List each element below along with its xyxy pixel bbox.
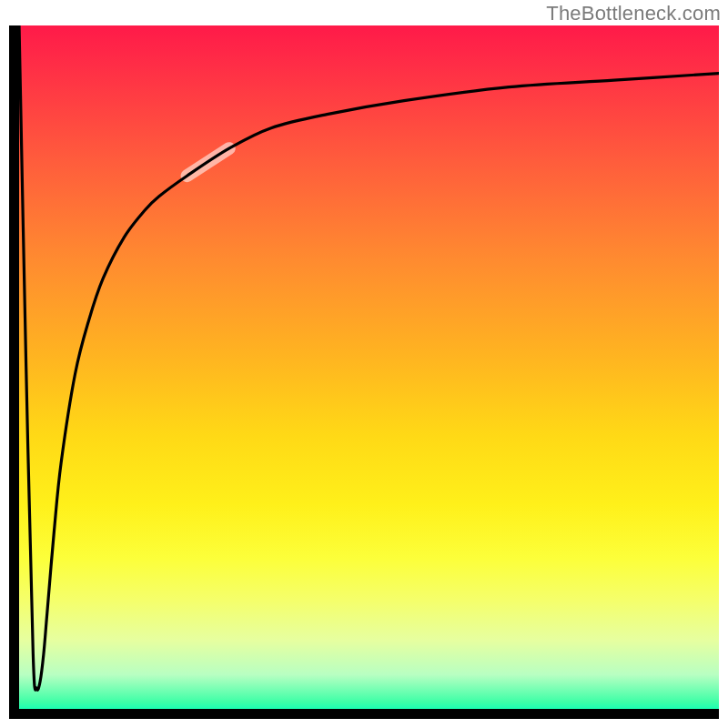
plot-frame: [9, 25, 719, 719]
attribution-text: TheBottleneck.com: [546, 2, 721, 25]
plot-area: [19, 25, 719, 709]
curve-svg: [19, 25, 719, 709]
chart-container: TheBottleneck.com: [0, 0, 728, 728]
bottleneck-curve: [19, 25, 719, 690]
